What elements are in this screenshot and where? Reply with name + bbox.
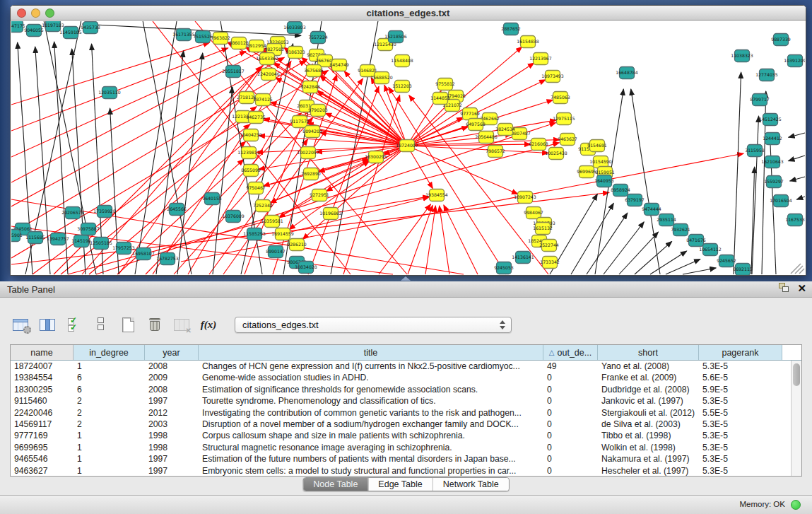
table-row[interactable]: 1456911722003Disruption of a novel membe… [11, 419, 801, 430]
graph-node[interactable]: 16171355 [172, 29, 195, 41]
graph-node[interactable]: 9463627 [558, 134, 577, 146]
graph-node[interactable]: 16154838 [517, 36, 539, 48]
graph-edge[interactable] [604, 222, 644, 274]
table-selector-dropdown[interactable]: citations_edges.txt [235, 317, 512, 333]
graph-node[interactable]: 1144853 [430, 93, 450, 105]
table-cell[interactable]: 1998 [145, 442, 199, 453]
graph-node[interactable]: 9750467 [246, 182, 266, 194]
table-cell[interactable]: 18300295 [11, 384, 73, 395]
graph-edge[interactable] [326, 146, 407, 192]
table-cell[interactable]: 2 [73, 395, 145, 407]
graph-node[interactable]: 8990147 [266, 246, 286, 258]
table-cell[interactable]: 0 [543, 419, 598, 430]
graph-node[interactable]: 2718126 [237, 92, 257, 104]
graph-node[interactable]: 10391209 [784, 55, 805, 67]
graph-node[interactable]: 7557224 [308, 32, 328, 44]
table-cell[interactable]: 19384554 [11, 372, 73, 383]
table-cell[interactable]: 2003 [145, 419, 199, 430]
canvas-resize-grip[interactable] [791, 264, 804, 274]
graph-edge[interactable] [788, 156, 805, 161]
graph-node[interactable]: 9286210 [287, 239, 307, 251]
table-row[interactable]: 1872400712008Changes of HCN gene express… [11, 361, 801, 372]
table-cell[interactable]: de Silva et al. (2003) [598, 419, 699, 430]
tab-network-table[interactable]: Network Table [433, 478, 509, 491]
graph-node[interactable]: 8692115 [733, 264, 753, 276]
close-panel-icon[interactable]: ✕ [797, 283, 806, 293]
table-cell[interactable]: Embryonic stem cells: a model to study s… [199, 465, 543, 477]
table-cell[interactable]: 5.3E-5 [699, 430, 782, 441]
function-builder-icon[interactable]: f(x) [198, 315, 219, 334]
tab-node-table[interactable]: Node Table [303, 478, 367, 491]
table-row[interactable]: 969969511998Structural magnetic resonanc… [11, 442, 801, 453]
column-header-title[interactable]: title [199, 345, 543, 360]
table-cell[interactable]: 1997 [145, 453, 199, 465]
graph-node[interactable]: 8799717 [750, 94, 770, 106]
graph-node[interactable]: 6497568 [466, 119, 486, 131]
graph-node[interactable]: 9245652 [717, 255, 736, 267]
graph-node[interactable]: 8186323 [286, 47, 305, 59]
table-cell[interactable]: Tourette syndrome. Phenomenology and cla… [199, 395, 543, 407]
table-cell[interactable]: 9115460 [11, 395, 73, 407]
table-cell[interactable]: Jankovic et al. (1997) [598, 395, 699, 407]
graph-node[interactable]: 16033803 [283, 22, 306, 34]
minimize-window-button[interactable] [31, 8, 40, 18]
table-cell[interactable]: Investigating the contribution of common… [199, 407, 543, 419]
table-cell[interactable]: 9699695 [11, 442, 73, 453]
graph-node[interactable]: 9154691 [587, 140, 607, 152]
graph-node[interactable]: 7932621 [671, 224, 690, 236]
graph-edge[interactable] [619, 232, 659, 274]
graph-node[interactable]: 1145190 [71, 235, 91, 247]
graph-node[interactable]: 7986572 [486, 146, 505, 158]
table-cell[interactable]: 2012 [145, 407, 199, 419]
graph-node[interactable]: 19384554 [425, 189, 448, 201]
graph-node[interactable]: 10376009 [222, 211, 245, 223]
table-cell[interactable]: 2 [73, 419, 145, 430]
graph-node[interactable]: 1167533 [785, 214, 805, 226]
table-cell[interactable]: Dudbridge et al. (2008) [598, 384, 699, 395]
column-header-year[interactable]: year [145, 345, 199, 360]
graph-node[interactable]: 8860128 [229, 37, 249, 49]
table-cell[interactable]: 18724007 [11, 361, 73, 372]
table-cell[interactable]: 5.3E-5 [699, 442, 782, 453]
graph-edge[interactable] [752, 116, 759, 274]
network-window-titlebar[interactable]: citations_edges.txt [11, 6, 806, 21]
graph-node[interactable]: 12975115 [553, 113, 575, 125]
graph-node[interactable]: 10022057 [297, 147, 319, 159]
table-cell[interactable]: 1997 [145, 395, 199, 407]
graph-edge[interactable] [789, 133, 805, 137]
graph-node[interactable]: 7692890 [301, 168, 321, 180]
float-panel-icon[interactable] [779, 283, 790, 293]
table-cell[interactable]: 0 [543, 465, 598, 477]
table-cell[interactable]: 49 [543, 361, 598, 372]
graph-node[interactable]: 9887339 [771, 34, 791, 46]
column-header-short[interactable]: short [598, 345, 699, 360]
graph-node[interactable]: 2522744 [539, 240, 559, 252]
graph-node[interactable]: 11239811 [237, 147, 260, 159]
graph-node[interactable]: 1559297 [764, 176, 784, 188]
graph-edge[interactable] [331, 197, 429, 214]
graph-node[interactable]: 8958924 [611, 185, 630, 197]
graph-node[interactable]: 14512425 [759, 114, 782, 126]
graph-node[interactable]: 6379197 [625, 194, 645, 206]
column-header-out_de[interactable]: △out_de... [543, 345, 598, 360]
new-file-icon[interactable] [117, 315, 139, 334]
table-cell[interactable]: Estimation of significance thresholds fo… [199, 384, 543, 395]
graph-node[interactable]: 1244412 [763, 133, 782, 145]
column-header-name[interactable]: name [11, 345, 73, 360]
table-cell[interactable]: Changes of HCN gene expression and I(f) … [199, 361, 543, 372]
table-cell[interactable]: Franke et al. (2009) [598, 372, 699, 383]
graph-node[interactable]: 1640953 [594, 175, 614, 187]
table-row[interactable]: 946554611997Estimation of the future num… [11, 453, 801, 465]
table-cell[interactable]: Wolkin et al. (1998) [598, 442, 699, 453]
network-canvas[interactable]: 1872400718300295796382288601288912954132… [11, 21, 805, 275]
graph-node[interactable]: 11038323 [731, 50, 753, 62]
table-row[interactable]: 2242004622012Investigating the contribut… [11, 407, 801, 419]
graph-node[interactable]: 12213967 [529, 53, 552, 65]
graph-edge[interactable] [587, 213, 628, 274]
graph-node[interactable]: 2935114 [657, 214, 676, 226]
table-cell[interactable]: 6 [73, 384, 145, 395]
graph-node[interactable]: 10197183 [42, 21, 64, 32]
table-cell[interactable]: 0 [543, 442, 598, 453]
graph-node[interactable]: 16648784 [616, 67, 638, 79]
table-settings-icon[interactable] [10, 315, 31, 334]
